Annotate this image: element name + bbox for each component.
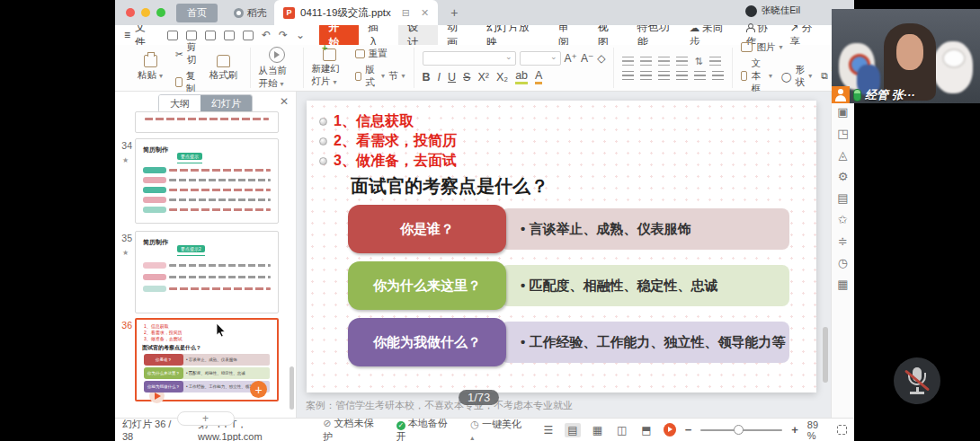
fit-slide-icon[interactable] xyxy=(837,425,847,435)
notes-view-icon[interactable]: ☰ xyxy=(541,423,557,437)
protect-status[interactable]: ⊘文档未保护 xyxy=(323,417,382,441)
minimize-window-button[interactable] xyxy=(141,8,150,17)
reset-button[interactable]: 重置 xyxy=(355,48,405,60)
thumbnail-add-button[interactable]: + xyxy=(250,381,267,398)
export-pdf-icon[interactable] xyxy=(205,31,216,40)
highlight-color-button[interactable]: ab xyxy=(515,69,528,84)
design-pane-icon[interactable]: ◬ xyxy=(839,149,848,161)
new-slide-button[interactable]: 新建幻灯片 ▾ xyxy=(312,49,348,88)
justify-icon[interactable] xyxy=(676,71,688,81)
new-tab-button[interactable]: + xyxy=(450,5,458,20)
reading-view-icon[interactable]: ◫ xyxy=(614,423,629,437)
history-clock-icon[interactable]: ◷ xyxy=(838,257,848,269)
strikethrough-button[interactable]: S xyxy=(463,71,470,84)
tab-minimize-icon[interactable]: ⊟ xyxy=(402,7,410,19)
italic-button[interactable]: I xyxy=(438,71,441,84)
font-color-button[interactable]: A xyxy=(535,69,542,84)
settings-gear-icon[interactable]: ⚙ xyxy=(838,171,849,182)
superscript-button[interactable]: X² xyxy=(477,71,489,84)
thumbnail-slide-33-partial[interactable] xyxy=(135,111,279,133)
text-direction-icon[interactable] xyxy=(709,57,721,66)
maximize-window-button[interactable] xyxy=(156,8,165,17)
add-slide-button[interactable]: + xyxy=(177,411,235,426)
bullet-list-icon[interactable] xyxy=(622,57,634,66)
tab-close-icon[interactable]: ✕ xyxy=(421,7,429,19)
cut-button[interactable]: ✂剪切 xyxy=(175,41,199,66)
backup-status[interactable]: ✓本地备份开 xyxy=(396,417,456,441)
thumbnail-slide-34[interactable]: 简历制作 要点提示 xyxy=(135,138,279,224)
answer-box: • 言谈举止、成熟、仪表服饰 xyxy=(501,208,789,250)
align-right-icon[interactable] xyxy=(658,71,670,81)
align-left-icon[interactable] xyxy=(622,71,634,81)
shapes-pane-icon[interactable]: ◳ xyxy=(837,128,848,139)
tab-docer[interactable]: 稻壳 xyxy=(227,4,274,22)
print-icon[interactable] xyxy=(224,31,235,40)
window-controls xyxy=(126,8,165,17)
normal-view-icon[interactable]: ▤ xyxy=(565,423,580,437)
zoom-slider[interactable] xyxy=(700,429,782,431)
slideshow-play-button[interactable] xyxy=(664,423,676,437)
more-commands-icon[interactable]: ⌄ xyxy=(296,29,305,41)
increase-indent-icon[interactable] xyxy=(676,57,688,66)
zoom-in-button[interactable]: + xyxy=(791,423,798,437)
font-name-select[interactable] xyxy=(423,51,516,66)
close-window-button[interactable] xyxy=(126,8,135,17)
section-button[interactable]: 节▾ xyxy=(388,70,405,83)
clear-format-button[interactable]: ◇ xyxy=(597,52,605,65)
tab-outline[interactable]: 大纲 xyxy=(159,95,200,112)
distribute-icon[interactable] xyxy=(694,71,706,81)
layers-pane-icon[interactable]: ▤ xyxy=(837,192,848,204)
webcam-video[interactable]: 经管 张··· xyxy=(832,9,980,103)
slide-pane-icon[interactable]: ▣ xyxy=(837,106,848,118)
animation-star-icon: ★ xyxy=(122,156,129,164)
presenter-view-icon[interactable]: ⬒ xyxy=(638,423,654,437)
tab-document[interactable]: P 0411-19级交流.pptx ⊟ ✕ xyxy=(274,0,438,25)
tab-slides[interactable]: 幻灯片 xyxy=(200,95,252,112)
zoom-slider-knob[interactable] xyxy=(734,425,744,435)
thumbnail-slide-35[interactable]: 简历制作 要点提示2 xyxy=(135,231,279,313)
slide-canvas[interactable]: 1、信息获取 2、看需求，投简历 3、做准备，去面试 面试官的考察点是什么？ •… xyxy=(307,101,816,392)
panel-close-icon[interactable]: ✕ xyxy=(280,95,289,108)
subscript-button[interactable]: X₂ xyxy=(496,71,508,84)
underline-button[interactable]: U xyxy=(448,71,456,84)
zoom-level[interactable]: 89 % xyxy=(807,419,829,441)
zoom-out-button[interactable]: − xyxy=(685,423,692,437)
save-icon[interactable] xyxy=(186,31,197,40)
undo-icon[interactable]: ↶ xyxy=(262,29,271,41)
slide-bullet-list: 1、信息获取 2、看需求，投简历 3、做准备，去面试 xyxy=(319,111,457,171)
animation-star-icon[interactable]: ✩ xyxy=(838,214,848,225)
beautify-button[interactable]: ◷一键美化 ▴ xyxy=(470,418,526,441)
image-pane-icon[interactable]: ▦ xyxy=(837,278,848,290)
increase-font-button[interactable]: A⁺ xyxy=(565,52,577,65)
question-box: 你是谁？ xyxy=(348,205,506,253)
slide-sorter-icon[interactable]: ▦ xyxy=(590,423,605,437)
paste-button[interactable]: 粘贴 ▾ xyxy=(132,55,168,82)
textbox-button[interactable]: 文本框▾ xyxy=(741,57,772,95)
numbered-list-icon[interactable] xyxy=(640,57,652,66)
font-size-select[interactable] xyxy=(520,51,561,66)
canvas-scrollbar[interactable] xyxy=(823,327,828,383)
play-from-current-button[interactable]: 从当前开始 ▾ xyxy=(259,47,295,90)
speaker-notes-text[interactable]: 案例：管信学生考研本校，不喜欢本专业，不考虑本专业就业 xyxy=(306,399,573,412)
format-painter-button[interactable]: 格式刷 xyxy=(206,55,242,82)
mute-microphone-button[interactable] xyxy=(894,357,940,404)
align-center-icon[interactable] xyxy=(640,71,652,81)
redo-icon[interactable]: ↷ xyxy=(279,29,288,41)
bold-button[interactable]: B xyxy=(423,71,431,84)
shape-button[interactable]: ◯形状▾ xyxy=(781,64,812,89)
account-chip[interactable]: 张晓佳Eil xyxy=(745,4,800,17)
slide-row-2: • 匹配度、相融性、稳定性、忠诚 你为什么来这里？ xyxy=(307,261,816,310)
adjust-sliders-icon[interactable]: ≑ xyxy=(838,235,848,247)
layout-button[interactable]: 版式▾ xyxy=(355,64,386,89)
tab-home[interactable]: 首页 xyxy=(176,4,218,22)
decrease-indent-icon[interactable] xyxy=(658,57,670,66)
layout-icon xyxy=(355,72,362,81)
columns-icon[interactable] xyxy=(712,71,724,81)
picture-button[interactable]: 图片▾ xyxy=(741,41,782,54)
line-spacing-icon[interactable]: ⇅ xyxy=(694,56,702,67)
decrease-font-button[interactable]: A⁻ xyxy=(581,52,593,65)
open-icon[interactable] xyxy=(167,31,178,40)
print-preview-icon[interactable] xyxy=(243,31,254,40)
thumbnail-scrollbar[interactable] xyxy=(290,366,294,410)
play-icon xyxy=(269,47,285,63)
